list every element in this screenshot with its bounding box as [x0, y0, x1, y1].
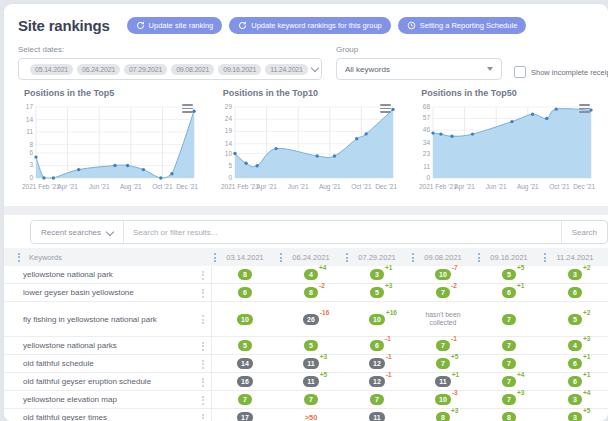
svg-text:46: 46 — [423, 126, 431, 133]
drag-handle-icon[interactable] — [202, 315, 204, 324]
position-badge: 8 — [502, 412, 516, 421]
position-cell: 10-3 — [410, 391, 476, 408]
column-header-date[interactable]: 11.24.2021 — [542, 248, 608, 266]
position-cell: 5 — [212, 337, 278, 354]
recent-searches-dropdown[interactable]: Recent searches — [31, 221, 124, 243]
keyword-cell[interactable]: yellowstone elevation map — [4, 391, 212, 408]
position-change: -7 — [452, 264, 458, 271]
date-chip: 05.14.2021 — [30, 64, 73, 75]
drag-handle-icon[interactable] — [280, 253, 282, 262]
chart-title: Positions in the Top10 — [223, 88, 400, 100]
position-badge: 11 — [369, 412, 384, 421]
chart-menu-icon[interactable] — [579, 102, 590, 115]
drag-handle-icon[interactable] — [202, 360, 204, 369]
position-cell: >50 — [278, 409, 344, 421]
position-cell: 7 — [212, 391, 278, 408]
keyword-cell[interactable]: old faithful schedule — [4, 355, 212, 372]
keyword-cell[interactable]: old faithful geyser eruption schedule — [4, 373, 212, 390]
svg-text:Jun '21: Jun '21 — [287, 183, 308, 190]
position-change: -16 — [320, 309, 329, 316]
position-change: +16 — [386, 309, 397, 316]
reporting-schedule-button[interactable]: Setting a Reporting Schedule — [398, 17, 527, 34]
checkbox-box-icon[interactable] — [514, 66, 526, 78]
drag-handle-icon[interactable] — [478, 253, 480, 262]
keyword-cell[interactable]: lower geyser basin yellowstone — [4, 284, 212, 301]
table-row[interactable]: lower geyser basin yellowstone68-25+37-2… — [4, 284, 608, 302]
drag-handle-icon[interactable] — [346, 253, 348, 262]
drag-handle-icon[interactable] — [202, 414, 204, 421]
position-badge: 6 — [568, 376, 582, 387]
update-keyword-rankings-button[interactable]: Update keyword rankings for this group — [229, 17, 391, 34]
table-row[interactable]: yellowstone elevation map77710-37+33+4 — [4, 391, 608, 409]
drag-handle-icon[interactable] — [544, 253, 546, 262]
column-header-date[interactable]: 09.08.2021 — [410, 248, 476, 266]
position-badge: 6 — [568, 358, 582, 369]
position-cell: 6-1 — [344, 337, 410, 354]
column-header-date[interactable]: 09.16.2021 — [476, 248, 542, 266]
position-cell: 6+1 — [542, 355, 608, 372]
chevron-down-icon[interactable] — [311, 63, 319, 71]
keyword-cell[interactable]: yellowstone national parks — [4, 337, 212, 354]
position-badge: 5 — [502, 269, 516, 280]
svg-text:Apr '21: Apr '21 — [455, 183, 476, 191]
group-dropdown[interactable]: All keywords — [336, 58, 502, 80]
position-badge: 11 — [435, 376, 450, 387]
position-cell: 14 — [212, 355, 278, 372]
drag-handle-icon[interactable] — [202, 271, 204, 280]
drag-handle-icon[interactable] — [214, 253, 216, 262]
position-badge: 10 — [237, 314, 253, 325]
position-cell: 7 — [476, 355, 542, 372]
drag-handle-icon[interactable] — [202, 342, 204, 351]
keyword-cell[interactable]: old faithful geyser times — [4, 409, 212, 421]
keyword-label: yellowstone elevation map — [23, 395, 117, 404]
table-row[interactable]: fly fishing in yellowstone national park… — [4, 302, 608, 337]
position-cell: hasn't been collected — [410, 302, 476, 336]
drag-handle-icon[interactable] — [202, 378, 204, 387]
date-range-field[interactable]: 05.14.2021 06.24.2021 07.29.2021 09.08.2… — [18, 58, 322, 80]
dropdown-arrow-icon — [487, 67, 493, 71]
chart-menu-icon[interactable] — [182, 102, 193, 115]
chevron-down-icon — [106, 227, 114, 235]
position-badge: 17 — [237, 412, 253, 421]
position-cell: 3+1 — [344, 266, 410, 283]
keyword-cell[interactable]: yellowstone national park — [4, 266, 212, 283]
group-label: Group — [336, 45, 502, 54]
position-cell: 7 — [278, 391, 344, 408]
chart-menu-icon[interactable] — [380, 102, 391, 115]
search-button[interactable]: Search — [561, 221, 607, 243]
keyword-cell[interactable]: fly fishing in yellowstone national park — [4, 302, 212, 336]
keyword-label: old faithful geyser times — [23, 413, 107, 421]
date-chip: 11.24.2021 — [265, 64, 308, 75]
search-input[interactable] — [124, 228, 561, 237]
position-cell: 5+2 — [542, 302, 608, 336]
position-change: +5 — [517, 264, 524, 271]
position-change: +1 — [385, 264, 392, 271]
table-row[interactable]: old faithful geyser times17>50118+383+5 — [4, 409, 608, 421]
position-cell: 10 — [212, 302, 278, 336]
position-cell: 6+1 — [476, 284, 542, 301]
position-badge: 10 — [435, 394, 451, 405]
date-column-label: 03.14.2021 — [226, 253, 264, 262]
position-change: +4 — [319, 264, 326, 271]
position-change: +5 — [583, 407, 590, 414]
column-header-date[interactable]: 07.29.2021 — [344, 248, 410, 266]
rankings-table: Keywords 03.14.202106.24.202107.29.20210… — [4, 248, 608, 421]
drag-handle-icon[interactable] — [18, 253, 20, 262]
column-header-keywords[interactable]: Keywords — [4, 253, 212, 262]
incomplete-positions-checkbox[interactable]: Show incomplete receipt of positions — [514, 66, 608, 78]
site-rankings-card: Site rankings Update site ranking Update… — [4, 4, 608, 421]
column-header-date[interactable]: 06.24.2021 — [278, 248, 344, 266]
keyword-label: lower geyser basin yellowstone — [23, 288, 134, 297]
column-header-date[interactable]: 03.14.2021 — [212, 248, 278, 266]
drag-handle-icon[interactable] — [412, 253, 414, 262]
table-row[interactable]: yellowstone national parks556-17-174+3 — [4, 337, 608, 355]
update-site-ranking-button[interactable]: Update site ranking — [127, 17, 223, 34]
svg-text:68: 68 — [423, 103, 431, 110]
drag-handle-icon[interactable] — [202, 289, 204, 298]
position-badge: 11 — [303, 376, 318, 387]
position-cell: 8 — [476, 409, 542, 421]
position-change: -1 — [386, 353, 392, 360]
position-cell: 26-16 — [278, 302, 344, 336]
drag-handle-icon[interactable] — [202, 396, 204, 405]
section-divider — [4, 206, 608, 215]
